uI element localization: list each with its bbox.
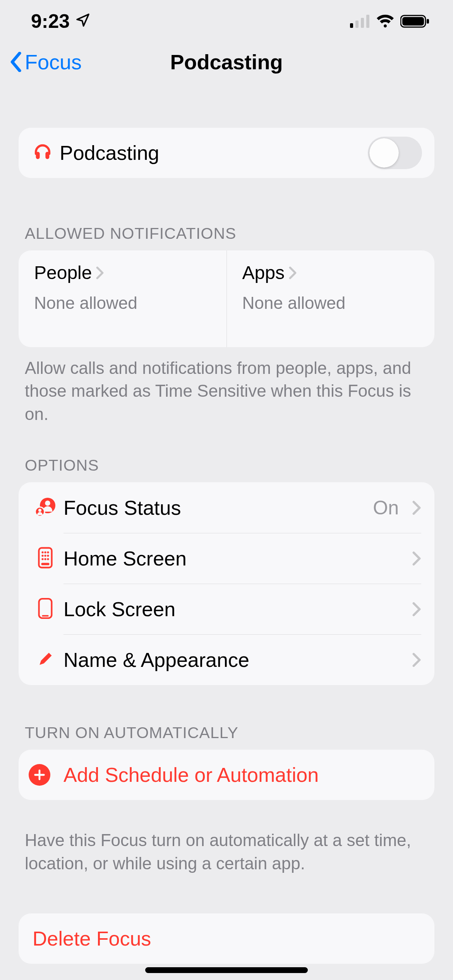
svg-point-8 xyxy=(45,500,50,506)
svg-point-20 xyxy=(47,558,49,560)
status-time: 9:23 xyxy=(31,10,70,33)
svg-rect-21 xyxy=(41,563,50,565)
back-label: Focus xyxy=(25,50,82,74)
chevron-left-icon xyxy=(9,52,23,72)
allowed-section-header: ALLOWED NOTIFICATIONS xyxy=(19,224,434,250)
svg-rect-1 xyxy=(355,21,359,28)
row-label: Home Screen xyxy=(63,547,399,570)
allowed-people-button[interactable]: People None allowed xyxy=(19,250,226,347)
page-title: Podcasting xyxy=(170,50,283,74)
delete-focus-button[interactable]: Delete Focus xyxy=(19,913,434,964)
focus-status-row[interactable]: Focus Status On xyxy=(19,482,434,533)
automation-section-header: TURN ON AUTOMATICALLY xyxy=(19,724,434,750)
automation-footer: Have this Focus turn on automatically at… xyxy=(19,819,434,875)
options-group: Focus Status On xyxy=(19,482,434,685)
location-icon xyxy=(75,10,91,33)
svg-rect-23 xyxy=(42,615,48,617)
delete-label: Delete Focus xyxy=(33,927,151,950)
focus-status-icon xyxy=(34,496,56,519)
svg-point-15 xyxy=(41,555,43,557)
svg-rect-3 xyxy=(366,15,369,28)
svg-point-12 xyxy=(41,551,43,553)
chevron-right-icon xyxy=(412,602,421,617)
home-screen-row[interactable]: Home Screen xyxy=(19,533,434,584)
focus-toggle-label: Podcasting xyxy=(60,141,368,164)
svg-point-14 xyxy=(47,551,49,553)
add-schedule-button[interactable]: Add Schedule or Automation xyxy=(19,750,434,800)
focus-toggle-switch[interactable] xyxy=(368,137,422,169)
allowed-group: People None allowed Apps None allowed xyxy=(19,250,434,347)
nav-bar: Focus Podcasting xyxy=(0,43,453,81)
svg-point-13 xyxy=(44,551,46,553)
plus-circle-icon xyxy=(29,764,50,786)
allowed-apps-label: Apps xyxy=(242,262,285,283)
row-value: On xyxy=(373,497,399,519)
chevron-right-icon xyxy=(412,551,421,566)
row-label: Lock Screen xyxy=(63,598,399,621)
focus-toggle-row: Podcasting xyxy=(19,128,434,178)
lock-screen-row[interactable]: Lock Screen xyxy=(19,584,434,634)
allowed-footer: Allow calls and notifications from peopl… xyxy=(19,347,434,425)
chevron-right-icon xyxy=(288,266,297,279)
svg-rect-0 xyxy=(350,23,353,28)
allowed-apps-button[interactable]: Apps None allowed xyxy=(226,250,435,347)
svg-point-10 xyxy=(38,509,41,512)
lock-screen-icon xyxy=(38,598,53,621)
focus-toggle-group: Podcasting xyxy=(19,128,434,178)
back-button[interactable]: Focus xyxy=(9,43,82,81)
svg-point-19 xyxy=(44,558,46,560)
pencil-icon xyxy=(37,651,54,669)
chevron-right-icon xyxy=(96,266,104,279)
svg-point-18 xyxy=(41,558,43,560)
headphones-icon xyxy=(33,142,53,164)
status-bar: 9:23 xyxy=(0,0,453,43)
svg-rect-5 xyxy=(402,17,424,26)
home-screen-icon xyxy=(38,547,53,570)
home-indicator[interactable] xyxy=(145,967,308,973)
switch-knob xyxy=(369,138,399,168)
automation-group: Add Schedule or Automation xyxy=(19,750,434,800)
chevron-right-icon xyxy=(412,500,421,515)
svg-point-16 xyxy=(44,555,46,557)
battery-icon xyxy=(400,14,430,28)
options-section-header: OPTIONS xyxy=(19,456,434,482)
add-schedule-label: Add Schedule or Automation xyxy=(63,763,319,786)
svg-rect-6 xyxy=(427,19,429,24)
row-label: Name & Appearance xyxy=(63,648,399,672)
wifi-icon xyxy=(376,14,395,28)
allowed-people-label: People xyxy=(34,262,92,283)
chevron-right-icon xyxy=(412,653,421,667)
svg-rect-2 xyxy=(361,18,364,28)
row-label: Focus Status xyxy=(63,496,365,519)
allowed-people-value: None allowed xyxy=(34,293,211,313)
svg-point-17 xyxy=(47,555,49,557)
name-appearance-row[interactable]: Name & Appearance xyxy=(19,634,434,685)
cellular-icon xyxy=(350,15,370,28)
allowed-apps-value: None allowed xyxy=(242,293,419,313)
delete-group: Delete Focus xyxy=(19,913,434,964)
